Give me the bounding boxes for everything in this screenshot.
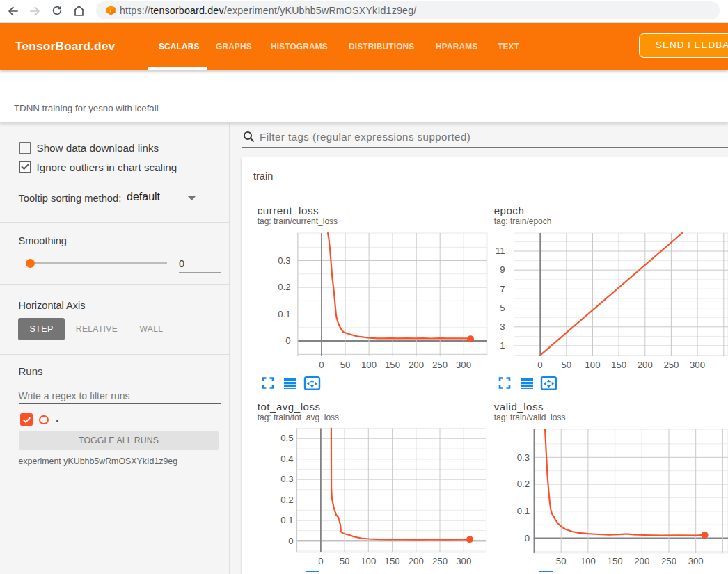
svg-text:0.3: 0.3 [517, 452, 530, 463]
svg-text:0: 0 [318, 556, 323, 566]
svg-text:100: 100 [361, 556, 376, 566]
svg-text:0.3: 0.3 [278, 255, 290, 266]
svg-text:300: 300 [456, 360, 471, 370]
svg-text:3: 3 [500, 321, 505, 332]
svg-text:0.3: 0.3 [280, 474, 293, 484]
svg-text:300: 300 [456, 556, 471, 566]
svg-text:0: 0 [525, 533, 530, 543]
svg-text:300: 300 [688, 556, 704, 566]
svg-text:150: 150 [608, 556, 623, 566]
svg-text:300: 300 [690, 360, 705, 370]
svg-text:0.5: 0.5 [280, 433, 293, 443]
svg-text:150: 150 [385, 556, 400, 566]
svg-text:7: 7 [500, 284, 505, 294]
svg-text:11: 11 [496, 246, 505, 256]
svg-text:250: 250 [432, 556, 448, 566]
svg-text:0.2: 0.2 [280, 495, 293, 505]
svg-text:250: 250 [661, 556, 676, 566]
svg-text:9: 9 [500, 264, 505, 275]
svg-text:250: 250 [663, 360, 679, 370]
svg-text:0.4: 0.4 [280, 454, 293, 464]
svg-text:0: 0 [537, 360, 542, 370]
svg-text:200: 200 [634, 556, 649, 566]
svg-text:0.1: 0.1 [517, 506, 530, 516]
svg-text:0: 0 [285, 335, 290, 346]
svg-text:0.1: 0.1 [278, 309, 290, 319]
svg-text:100: 100 [580, 556, 596, 566]
svg-text:150: 150 [385, 360, 400, 370]
svg-text:200: 200 [638, 360, 653, 370]
svg-text:1: 1 [500, 340, 505, 351]
svg-text:50: 50 [556, 556, 567, 566]
svg-text:150: 150 [611, 360, 626, 370]
svg-text:0.1: 0.1 [280, 515, 293, 525]
svg-text:5: 5 [500, 303, 505, 313]
svg-text:50: 50 [340, 360, 351, 370]
svg-text:0.2: 0.2 [278, 282, 290, 292]
svg-text:250: 250 [432, 360, 448, 370]
svg-text:200: 200 [409, 360, 424, 370]
svg-text:100: 100 [361, 360, 377, 370]
svg-text:0: 0 [288, 536, 293, 546]
svg-text:100: 100 [585, 360, 600, 370]
svg-text:50: 50 [561, 360, 571, 370]
svg-text:50: 50 [340, 556, 350, 566]
svg-text:200: 200 [409, 556, 424, 566]
svg-text:0.2: 0.2 [517, 479, 530, 489]
svg-text:0: 0 [319, 360, 324, 370]
